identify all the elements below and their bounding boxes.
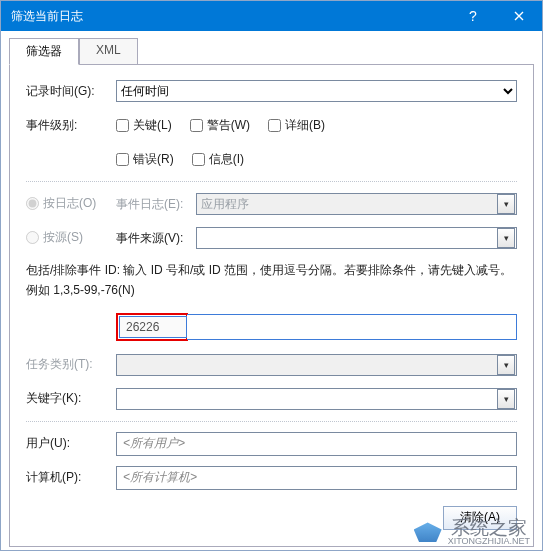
row-keyword: 关键字(K): ▾ <box>26 387 517 411</box>
cb-warning-box[interactable] <box>190 119 203 132</box>
task-combo: ▾ <box>116 354 517 376</box>
label-task: 任务类别(T): <box>26 356 116 373</box>
label-computer: 计算机(P): <box>26 469 116 486</box>
task-dd-btn: ▾ <box>497 355 515 375</box>
cb-critical[interactable]: 关键(L) <box>116 117 172 134</box>
row-task: 任务类别(T): ▾ <box>26 353 517 377</box>
event-id-help: 包括/排除事件 ID: 输入 ID 号和/或 ID 范围，使用逗号分隔。若要排除… <box>26 260 517 301</box>
radio-bylog: 按日志(O) <box>26 195 96 212</box>
cb-critical-box[interactable] <box>116 119 129 132</box>
cb-error[interactable]: 错误(R) <box>116 151 174 168</box>
tab-filter[interactable]: 筛选器 <box>9 38 79 65</box>
cb-verbose-box[interactable] <box>268 119 281 132</box>
eventlog-dd-btn: ▾ <box>497 194 515 214</box>
separator-1 <box>26 181 517 182</box>
separator-2 <box>26 421 517 422</box>
eventsource-dd-btn[interactable]: ▾ <box>497 228 515 248</box>
cb-verbose[interactable]: 详细(B) <box>268 117 325 134</box>
radio-bylog-input <box>26 197 39 210</box>
row-logged-time: 记录时间(G): 任何时间 <box>26 79 517 103</box>
keyword-dd-btn[interactable]: ▾ <box>497 389 515 409</box>
window-title: 筛选当前日志 <box>11 8 83 25</box>
label-user: 用户(U): <box>26 435 116 452</box>
row-user: 用户(U): <box>26 432 517 456</box>
row-event-id <box>26 313 517 341</box>
close-button[interactable] <box>496 1 542 31</box>
titlebar: 筛选当前日志 ? <box>1 1 542 31</box>
label-keyword: 关键字(K): <box>26 390 116 407</box>
tab-xml[interactable]: XML <box>79 38 138 65</box>
eventlog-combo: 应用程序 ▾ <box>196 193 517 215</box>
computer-input[interactable] <box>116 466 517 490</box>
label-logged: 记录时间(G): <box>26 83 116 100</box>
row-bylog: 按日志(O) 事件日志(E): 应用程序 ▾ <box>26 192 517 216</box>
event-id-highlight <box>116 313 188 341</box>
cb-info[interactable]: 信息(I) <box>192 151 244 168</box>
user-input[interactable] <box>116 432 517 456</box>
event-id-input-left <box>119 316 187 338</box>
keyword-combo[interactable]: ▾ <box>116 388 517 410</box>
close-icon <box>514 11 524 21</box>
row-event-level: 事件级别: 关键(L) 警告(W) 详细(B) <box>26 113 517 137</box>
radio-bysource-input <box>26 231 39 244</box>
label-eventsource: 事件来源(V): <box>116 230 196 247</box>
tab-panel: 记录时间(G): 任何时间 事件级别: 关键(L) 警告(W) 详细(B) 错误… <box>9 64 534 547</box>
logged-time-combo[interactable]: 任何时间 <box>116 80 517 102</box>
clear-button[interactable]: 清除(A) <box>443 506 517 530</box>
event-id-input[interactable] <box>187 314 517 340</box>
tab-strip: 筛选器 XML <box>1 31 542 64</box>
cb-warning[interactable]: 警告(W) <box>190 117 250 134</box>
help-button[interactable]: ? <box>450 1 496 31</box>
row-bysource: 按源(S) 事件来源(V): ▾ <box>26 226 517 250</box>
titlebar-actions: ? <box>450 1 542 31</box>
label-eventlog: 事件日志(E): <box>116 196 196 213</box>
radio-bysource: 按源(S) <box>26 229 83 246</box>
dialog-window: 筛选当前日志 ? 筛选器 XML 记录时间(G): 任何时间 事件级别: 关键(… <box>0 0 543 551</box>
cb-info-box[interactable] <box>192 153 205 166</box>
row-event-level-2: 错误(R) 信息(I) <box>26 147 517 171</box>
eventsource-combo[interactable]: ▾ <box>196 227 517 249</box>
row-computer: 计算机(P): <box>26 466 517 490</box>
cb-error-box[interactable] <box>116 153 129 166</box>
label-level: 事件级别: <box>26 117 116 134</box>
